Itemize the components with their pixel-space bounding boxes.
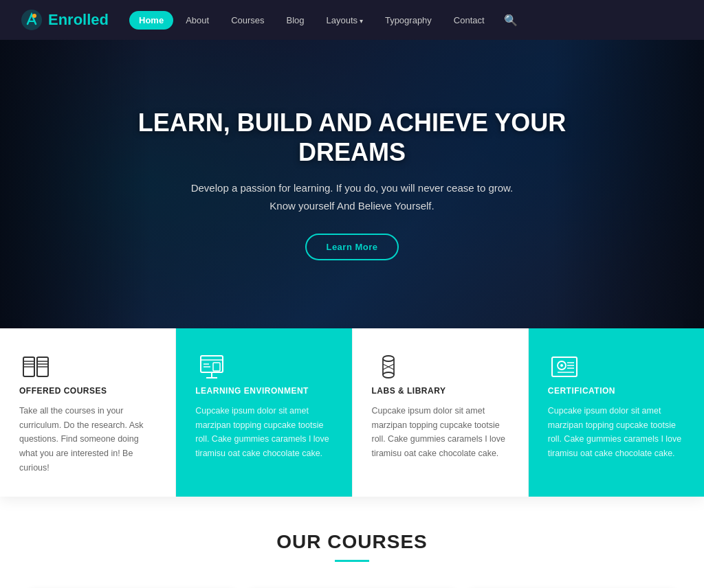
nav-item-contact[interactable]: Contact	[444, 11, 494, 30]
hero-subtitle-line2: Know yourself And Believe Yourself.	[270, 200, 434, 212]
feature-labs-library: LABS & LIBRARY Cupcake ipsum dolor sit a…	[353, 328, 529, 497]
nav-item-courses[interactable]: Courses	[221, 11, 274, 30]
brand[interactable]: Enrolled	[21, 9, 109, 31]
hero-cta-button[interactable]: Learn More	[305, 234, 398, 260]
feature-offered-courses-title: OFFERED COURSES	[19, 386, 156, 396]
hero-subtitle: Develop a passion for learning. If you d…	[132, 179, 572, 214]
nav-item-home[interactable]: Home	[129, 11, 173, 30]
enrolled-logo-icon	[21, 9, 43, 31]
feature-certification-title: CERTIFICATION	[548, 386, 685, 396]
hero-subtitle-line1: Develop a passion for learning. If you d…	[191, 182, 514, 194]
nav-menu: Home About Courses Blog Layouts Typograp…	[129, 10, 683, 31]
svg-point-31	[560, 364, 563, 367]
learning-environment-icon	[195, 350, 228, 383]
feature-offered-courses: OFFERED COURSES Take all the courses in …	[0, 328, 176, 497]
courses-section-title: OUR COURSES	[21, 531, 683, 553]
svg-rect-18	[213, 363, 220, 371]
navbar: Enrolled Home About Courses Blog Layouts…	[0, 0, 704, 40]
certification-icon	[548, 350, 581, 383]
feature-certification: CERTIFICATION Cupcake ipsum dolor sit am…	[529, 328, 704, 497]
svg-rect-25	[552, 357, 577, 376]
svg-point-1	[32, 14, 36, 18]
nav-item-blog[interactable]: Blog	[277, 11, 314, 30]
svg-point-22	[383, 372, 394, 378]
nav-item-about[interactable]: About	[176, 11, 219, 30]
feature-certification-text: Cupcake ipsum dolor sit amet marzipan to…	[548, 404, 685, 461]
nav-item-layouts[interactable]: Layouts	[317, 11, 373, 30]
feature-labs-library-title: LABS & LIBRARY	[372, 386, 509, 396]
courses-section: OUR COURSES	[0, 497, 704, 588]
nav-item-typography[interactable]: Typography	[375, 11, 441, 30]
labs-library-icon	[372, 350, 405, 383]
brand-name: Enrolled	[48, 11, 109, 29]
feature-learning-environment: LEARNING ENVIRONMENT Cupcake ipsum dolor…	[176, 328, 352, 497]
features-strip: OFFERED COURSES Take all the courses in …	[0, 328, 704, 497]
feature-labs-library-text: Cupcake ipsum dolor sit amet marzipan to…	[372, 404, 509, 461]
feature-learning-environment-text: Cupcake ipsum dolor sit amet marzipan to…	[195, 404, 332, 461]
search-icon[interactable]: 🔍	[497, 10, 525, 31]
hero-section: LEARN, BUILD AND ACHIEVE YOUR DREAMS Dev…	[0, 40, 704, 328]
hero-content: LEARN, BUILD AND ACHIEVE YOUR DREAMS Dev…	[118, 108, 586, 260]
feature-offered-courses-text: Take all the courses in your curriculum.…	[19, 404, 156, 475]
feature-learning-environment-title: LEARNING ENVIRONMENT	[195, 386, 332, 396]
section-divider	[335, 560, 369, 562]
hero-title: LEARN, BUILD AND ACHIEVE YOUR DREAMS	[132, 108, 572, 167]
book-open-icon	[19, 350, 52, 383]
svg-point-19	[383, 356, 394, 361]
